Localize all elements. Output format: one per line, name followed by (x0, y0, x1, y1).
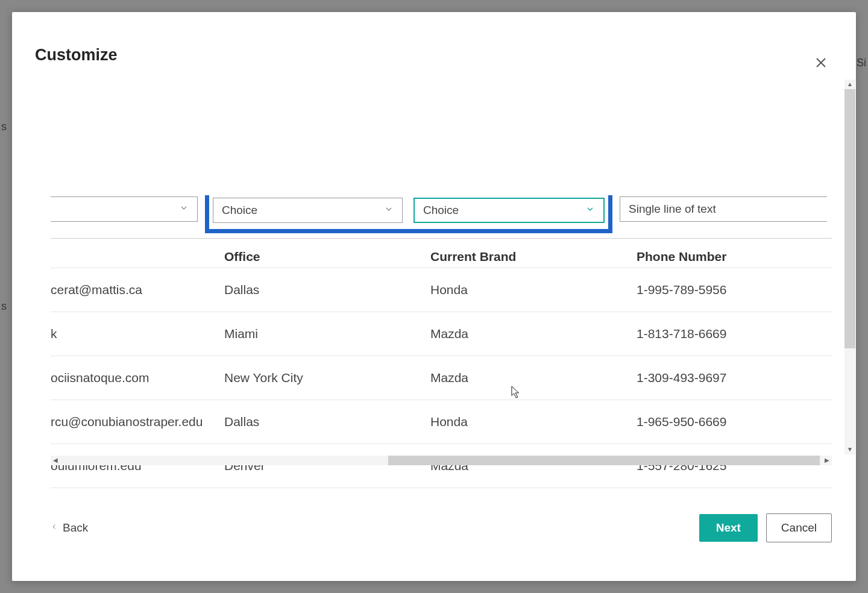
cell-office: New York City (224, 371, 430, 385)
cell-email: ociisnatoque.com (51, 371, 224, 385)
cell-office: Dallas (224, 283, 430, 297)
chevron-down-icon (179, 202, 189, 216)
scrollbar-thumb[interactable] (388, 456, 820, 465)
scroll-left-icon[interactable]: ◀ (51, 456, 60, 465)
cell-phone: 1-813-718-6669 (637, 327, 817, 341)
column-header-phone: Phone Number (637, 249, 817, 264)
cell-office: Dallas (224, 415, 430, 429)
next-button[interactable]: Next (699, 514, 758, 542)
highlighted-selection: Choice Choice (205, 195, 612, 233)
table-row[interactable]: k Miami Mazda 1-813-718-6669 (51, 312, 832, 356)
table-row[interactable]: cerat@mattis.ca Dallas Honda 1-995-789-5… (51, 268, 832, 312)
cell-office: Miami (224, 327, 430, 341)
select-value: Single line of text (629, 202, 716, 216)
scroll-up-icon[interactable]: ▲ (844, 80, 855, 89)
table-row[interactable]: ociisnatoque.com New York City Mazda 1-3… (51, 356, 832, 400)
column-type-select-office[interactable]: Choice (213, 198, 403, 223)
chevron-down-icon (585, 204, 595, 217)
back-button[interactable]: Back (51, 521, 88, 536)
scroll-down-icon[interactable]: ▼ (844, 445, 855, 454)
table-row[interactable]: rcu@conubianostraper.edu Dallas Honda 1-… (51, 400, 832, 444)
column-header-email (51, 249, 224, 264)
cell-email: k (51, 327, 224, 341)
cell-email: cerat@mattis.ca (51, 283, 224, 297)
close-icon[interactable] (814, 55, 828, 70)
column-header-brand: Current Brand (430, 249, 637, 264)
cell-email: rcu@conubianostraper.edu (51, 415, 224, 429)
scroll-right-icon[interactable]: ▶ (822, 456, 832, 465)
column-type-select-1[interactable] (51, 196, 198, 222)
scrollbar-thumb[interactable] (844, 89, 855, 348)
table-header: Office Current Brand Phone Number (51, 249, 832, 268)
cell-brand: Honda (430, 415, 637, 429)
select-value: Choice (423, 204, 459, 217)
back-label: Back (63, 521, 88, 535)
cancel-button[interactable]: Cancel (766, 513, 832, 542)
cell-phone: 1-965-950-6669 (637, 415, 817, 429)
cell-brand: Honda (430, 283, 637, 297)
backdrop-fragment: Si (857, 57, 866, 69)
column-type-select-phone[interactable]: Single line of text (620, 196, 827, 222)
cell-phone: 1-309-493-9697 (637, 371, 817, 385)
column-type-select-brand[interactable]: Choice (414, 198, 605, 223)
content-pane: Choice Choice Single line of te (51, 195, 832, 488)
dialog-title: Customize (35, 46, 118, 64)
horizontal-scrollbar[interactable]: ◀ ▶ (51, 456, 832, 465)
vertical-scrollbar[interactable]: ▲ ▼ (844, 80, 855, 454)
column-type-row: Choice Choice Single line of te (51, 195, 832, 239)
cell-brand: Mazda (430, 327, 637, 341)
column-header-office: Office (224, 249, 430, 264)
table-row[interactable]: oulumlorem.edu Denver Mazda 1-557-280-16… (51, 444, 832, 488)
backdrop-fragment: s (1, 300, 7, 313)
cell-phone: 1-995-789-5956 (637, 283, 817, 297)
customize-dialog: Customize Choice (12, 12, 856, 581)
cell-brand: Mazda (430, 371, 637, 385)
chevron-down-icon (384, 204, 394, 217)
dialog-footer: Back Next Cancel (51, 513, 832, 542)
backdrop-fragment: s (1, 121, 7, 133)
select-value: Choice (222, 204, 257, 217)
chevron-left-icon (51, 521, 58, 536)
